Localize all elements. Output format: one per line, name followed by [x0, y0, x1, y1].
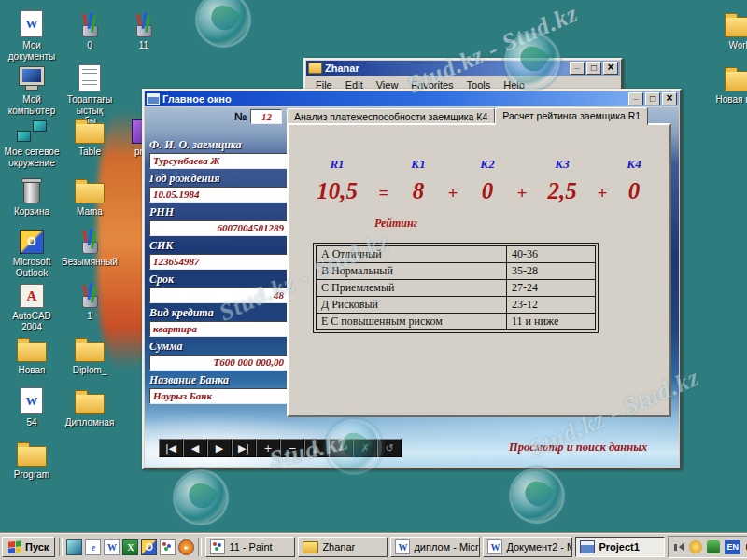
minimize-button[interactable] [570, 62, 585, 75]
birth-date-field[interactable]: 10.05.1984 [149, 187, 288, 203]
outlook-icon[interactable] [141, 539, 157, 555]
word-icon [395, 539, 410, 554]
rating-tab-panel: R1 К1 К2 К3 К4 10,5 = 8 + 0 + 2,5 + 0 Ре… [287, 123, 671, 417]
watermark-logo [198, 0, 248, 45]
header-k2: К2 [466, 157, 509, 172]
start-button[interactable]: Пуск [2, 537, 55, 557]
desktop-icon[interactable]: Program [4, 437, 60, 481]
bank-name-label: Название Банка [149, 373, 288, 387]
desktop-icon[interactable]: Новая па... [712, 62, 747, 105]
maximize-button[interactable] [645, 92, 660, 105]
desktop-icon[interactable]: 1 [62, 278, 118, 322]
desktop-icon[interactable]: AutoCAD 2004 [4, 278, 60, 332]
desktop-icon[interactable]: Table [62, 114, 118, 158]
rnn-field[interactable]: 6007004501289 [149, 220, 288, 236]
show-desktop-icon[interactable] [66, 539, 82, 555]
project-icon [580, 540, 595, 553]
paint-file-icon [133, 11, 155, 37]
excel-icon[interactable] [122, 539, 138, 555]
nav-next-button[interactable]: ▶ [207, 439, 232, 457]
tray-app-icon[interactable] [707, 540, 720, 553]
folder-icon [75, 123, 105, 144]
taskbar-separator [59, 538, 63, 556]
paint-file-icon [78, 228, 101, 254]
desktop-icon[interactable]: Diplom_ [62, 332, 118, 376]
desktop-icon[interactable]: Дипломная [62, 385, 118, 428]
desktop-icon[interactable]: Новая [4, 332, 60, 376]
nav-insert-button[interactable]: + [256, 439, 280, 457]
network-icon [17, 119, 47, 144]
internet-explorer-icon[interactable] [85, 539, 101, 555]
birth-date-label: Год рождения [149, 172, 288, 186]
nav-cancel-button[interactable]: ✗ [353, 439, 377, 457]
term-label: Срок [149, 273, 288, 287]
desktop-icon[interactable]: Безымянный [62, 224, 118, 268]
amount-field[interactable]: Т600 000 000,00 [149, 355, 288, 371]
nav-refresh-button[interactable]: ↺ [377, 439, 402, 457]
minimize-button[interactable] [628, 92, 643, 105]
desktop-icon[interactable]: 0 [62, 7, 118, 51]
term-field[interactable]: 48 [149, 287, 288, 303]
table-row: В Нормальный35-28 [317, 263, 596, 280]
paint-icon [210, 539, 225, 554]
sik-field[interactable]: 123654987 [149, 254, 288, 270]
desktop-icon[interactable]: Mama [62, 174, 118, 217]
desktop-icon[interactable]: 11 [116, 7, 172, 51]
borrower-form: Ф. И. О. заемщика Турсунбаева Ж Год рожд… [149, 135, 288, 404]
credit-type-field[interactable]: квартира [149, 321, 288, 337]
nav-last-button[interactable]: ▶| [232, 439, 256, 457]
paint-file-icon [78, 282, 101, 308]
credit-type-label: Вид кредита [149, 306, 288, 320]
word-document-icon [21, 387, 43, 414]
record-number-label: № [234, 110, 247, 123]
k1-value: 8 [397, 179, 440, 203]
plus-sign: + [440, 179, 466, 203]
nav-prior-button[interactable]: ◀ [183, 439, 207, 457]
my-computer-icon [19, 66, 45, 86]
task-button-project1[interactable]: Project1 [575, 537, 665, 557]
rating-equation: R1 К1 К2 К3 К4 10,5 = 8 + 0 + 2,5 + 0 [303, 157, 669, 203]
task-button-diplom[interactable]: диплом - Microsoft ... [390, 537, 480, 557]
desktop-icon[interactable]: Мои документы [4, 7, 60, 62]
desktop-icon[interactable]: Корзина [4, 174, 60, 217]
nav-delete-button[interactable]: − [280, 439, 304, 457]
task-button-paint[interactable]: 11 - Paint [205, 537, 295, 557]
word-icon[interactable] [104, 539, 120, 555]
task-button-zhanar[interactable]: Zhanar [298, 537, 388, 557]
plus-sign: + [589, 179, 615, 203]
close-button[interactable] [603, 62, 618, 75]
tray-app-icon[interactable] [689, 540, 702, 553]
folder-icon [17, 446, 47, 467]
language-indicator[interactable]: EN [725, 540, 740, 554]
fio-label: Ф. И. О. заемщика [149, 138, 288, 152]
recycle-bin-icon [23, 181, 40, 203]
task-button-document2[interactable]: Документ2 - Micro... [483, 537, 572, 557]
close-button[interactable] [662, 92, 677, 105]
main-titlebar[interactable]: Главное окно [145, 91, 679, 106]
nav-edit-button[interactable]: ▲ [304, 439, 329, 457]
folder-icon [75, 394, 105, 414]
tab-rating[interactable]: Расчет рейтинга заемщика R1 [495, 107, 648, 125]
zhanar-titlebar[interactable]: Zhanar [306, 61, 620, 76]
db-navigator: |◀ ◀ ▶ ▶| + − ▲ ✓ ✗ ↺ [159, 439, 402, 457]
desktop-icon[interactable]: Мой компьютер [4, 62, 60, 116]
nav-post-button[interactable]: ✓ [329, 439, 353, 457]
folder-icon [75, 342, 105, 362]
fio-field[interactable]: Турсунбаева Ж [149, 153, 288, 169]
volume-icon[interactable] [674, 542, 684, 552]
equals-sign: = [371, 179, 397, 203]
desktop-icon[interactable]: Мое сетевое окружение [4, 114, 60, 168]
record-number-field[interactable]: 12 [250, 109, 282, 124]
text-document-icon [78, 64, 101, 91]
maximize-button[interactable] [586, 62, 601, 75]
nav-first-button[interactable]: |◀ [159, 439, 183, 457]
media-player-icon[interactable] [178, 539, 194, 555]
k4-value: 0 [615, 179, 653, 203]
bank-name-field[interactable]: Наурыз Банк [149, 388, 288, 404]
header-k1: К1 [397, 157, 440, 172]
desktop-icon[interactable]: Work [712, 7, 747, 51]
quick-launch [66, 539, 194, 555]
paint-icon[interactable] [160, 539, 176, 555]
desktop-icon[interactable]: 54 [4, 385, 60, 428]
desktop-icon[interactable]: Microsoft Outlook [4, 224, 60, 278]
